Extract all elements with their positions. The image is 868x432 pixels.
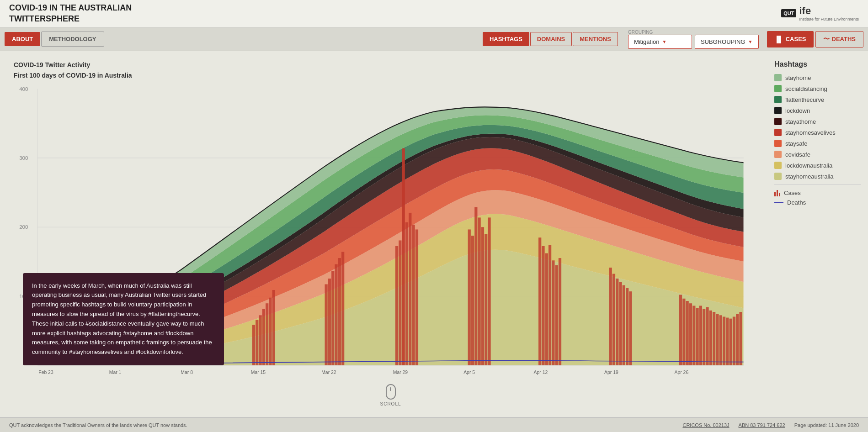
- svg-rect-16: [252, 325, 255, 365]
- legend-cases: Cases: [774, 190, 861, 196]
- legend-color-stayhomesavelives: [774, 129, 782, 136]
- deaths-line-icon: [774, 202, 783, 203]
- tooltip-box: In the early weeks of March, when much o…: [23, 273, 224, 365]
- x-label-mar8: Mar 8: [181, 370, 193, 375]
- svg-rect-30: [399, 240, 401, 365]
- svg-rect-65: [706, 307, 708, 365]
- scroll-mouse-icon: [385, 384, 395, 400]
- svg-rect-19: [262, 309, 265, 365]
- legend-deaths-label: Deaths: [787, 199, 806, 206]
- svg-rect-48: [555, 265, 558, 365]
- svg-rect-75: [739, 312, 742, 365]
- svg-rect-53: [619, 282, 622, 365]
- main-content: COVID-19 Twitter Activity First 100 days…: [0, 51, 868, 417]
- footer-abn[interactable]: ABN 83 791 724 622: [739, 422, 785, 428]
- subgrouping-dropdown[interactable]: SUBGROUPING ▼: [695, 35, 759, 49]
- mentions-button[interactable]: MENTIONS: [573, 32, 618, 46]
- footer-acknowledgement: QUT acknowledges the Traditional Owners …: [9, 422, 187, 428]
- x-label-mar29: Mar 29: [393, 370, 408, 375]
- mitigation-label: Mitigation: [634, 38, 660, 45]
- svg-rect-67: [713, 312, 715, 365]
- svg-rect-66: [709, 311, 712, 365]
- x-label-apr19: Apr 19: [604, 370, 618, 375]
- svg-rect-41: [485, 234, 487, 365]
- x-label-apr5: Apr 5: [463, 370, 475, 375]
- mitigation-dropdown[interactable]: Mitigation ▼: [628, 35, 692, 49]
- svg-rect-29: [395, 246, 398, 365]
- svg-rect-34: [412, 225, 415, 365]
- svg-rect-45: [545, 253, 548, 365]
- logo-subtext: Institute for Future Environments: [799, 17, 859, 22]
- legend-label-stayathome: stayathome: [785, 118, 816, 125]
- legend-item-flattenthecurve: flattenthecurve: [774, 96, 861, 103]
- legend-color-covidsafe: [774, 151, 782, 158]
- legend-color-stayhome: [774, 74, 782, 81]
- legend-title: Hashtags: [774, 60, 861, 68]
- svg-rect-55: [626, 288, 628, 365]
- svg-rect-49: [559, 258, 561, 365]
- svg-rect-64: [703, 309, 705, 365]
- svg-rect-36: [468, 229, 471, 365]
- svg-rect-18: [259, 315, 261, 365]
- legend-divider: [774, 184, 861, 185]
- logo-ife: ife Institute for Future Environments: [799, 5, 859, 22]
- svg-rect-28: [341, 252, 344, 365]
- title-line1: COVID-19 IN THE AUSTRALIAN: [9, 3, 132, 13]
- svg-rect-57: [679, 295, 682, 365]
- cases-button[interactable]: ▐▌ CASES: [767, 31, 814, 47]
- line-chart-icon: 〜: [823, 35, 830, 43]
- legend-label-stayhomeaustralia: stayhomeaustralia: [785, 173, 834, 180]
- legend-color-staysafe: [774, 140, 782, 147]
- domains-button[interactable]: DOMAINS: [530, 32, 572, 46]
- about-button[interactable]: ABOUT: [5, 32, 40, 46]
- svg-rect-31: [402, 148, 405, 365]
- svg-rect-51: [612, 274, 615, 365]
- bar-chart-icon: ▐▌: [774, 36, 783, 43]
- x-label-mar15: Mar 15: [251, 370, 266, 375]
- legend-item-stayathome: stayathome: [774, 118, 861, 125]
- legend-label-stayhomesavelives: stayhomesavelives: [785, 129, 836, 136]
- svg-rect-61: [692, 306, 695, 365]
- chevron-down-icon: ▼: [748, 39, 752, 44]
- x-label-mar22: Mar 22: [321, 370, 336, 375]
- svg-rect-70: [723, 316, 725, 365]
- svg-rect-63: [699, 306, 702, 365]
- svg-rect-52: [616, 279, 618, 365]
- scroll-indicator: SCROLL: [380, 384, 401, 406]
- legend-item-socialdistancing: socialdistancing: [774, 85, 861, 92]
- svg-rect-35: [415, 229, 418, 365]
- deaths-button[interactable]: 〜 DEATHS: [815, 31, 863, 47]
- tooltip-text: In the early weeks of March, when much o…: [32, 281, 215, 357]
- svg-rect-21: [269, 298, 272, 365]
- legend-color-flattenthecurve: [774, 96, 782, 103]
- svg-rect-69: [719, 315, 722, 365]
- legend-label-stayhome: stayhome: [785, 74, 811, 81]
- app-title: COVID-19 IN THE AUSTRALIAN TWITTERSPHERE: [9, 3, 132, 24]
- legend-item-lockdownaustralia: lockdownaustralia: [774, 162, 861, 169]
- app-header: COVID-19 IN THE AUSTRALIAN TWITTERSPHERE…: [0, 0, 868, 27]
- chevron-down-icon: ▼: [662, 39, 667, 44]
- footer-cricos[interactable]: CRICOS No. 00213J: [682, 422, 729, 428]
- svg-rect-44: [542, 246, 544, 365]
- hashtags-button[interactable]: HASHTAGS: [483, 32, 529, 46]
- legend-sidebar: Hashtags stayhome socialdistancing flatt…: [767, 51, 868, 417]
- legend-color-stayathome: [774, 118, 782, 125]
- svg-rect-33: [409, 213, 411, 365]
- footer: QUT acknowledges the Traditional Owners …: [0, 417, 868, 432]
- methodology-button[interactable]: METHODOLOGY: [41, 32, 104, 47]
- legend-item-stayhomesavelives: stayhomesavelives: [774, 129, 861, 136]
- legend-color-socialdistancing: [774, 85, 782, 92]
- svg-rect-47: [552, 260, 554, 365]
- svg-rect-58: [682, 299, 685, 365]
- deaths-label: DEATHS: [832, 36, 856, 42]
- svg-rect-32: [405, 222, 408, 365]
- svg-rect-68: [716, 314, 719, 365]
- svg-rect-42: [488, 217, 490, 365]
- legend-label-socialdistancing: socialdistancing: [785, 85, 827, 92]
- svg-rect-59: [686, 301, 689, 365]
- svg-rect-23: [325, 284, 327, 365]
- y-label-300: 300: [19, 155, 28, 161]
- svg-rect-71: [726, 318, 729, 365]
- legend-label-lockdown: lockdown: [785, 107, 810, 114]
- svg-rect-73: [733, 316, 735, 365]
